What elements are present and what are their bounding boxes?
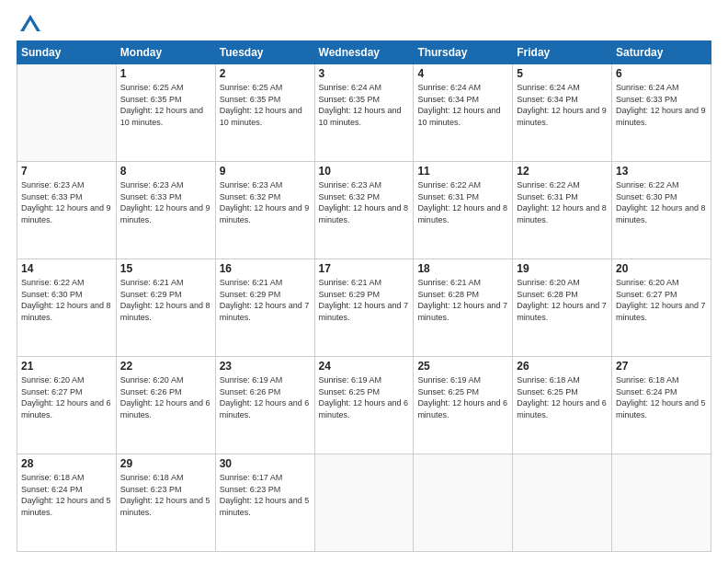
day-number: 8 [120,165,211,178]
logo [17,15,40,31]
col-monday: Monday [116,41,215,64]
table-row: 5Sunrise: 6:24 AM Sunset: 6:34 PM Daylig… [513,64,612,162]
day-number: 30 [220,457,311,470]
cell-info: Sunrise: 6:21 AM Sunset: 6:29 PM Dayligh… [220,277,311,323]
cell-info: Sunrise: 6:17 AM Sunset: 6:23 PM Dayligh… [220,472,311,518]
cell-info: Sunrise: 6:25 AM Sunset: 6:35 PM Dayligh… [220,82,311,128]
day-number: 2 [220,67,311,80]
table-row: 24Sunrise: 6:19 AM Sunset: 6:25 PM Dayli… [314,357,414,454]
day-number: 18 [417,262,508,275]
table-row: 4Sunrise: 6:24 AM Sunset: 6:34 PM Daylig… [414,64,513,162]
cell-info: Sunrise: 6:21 AM Sunset: 6:29 PM Dayligh… [120,277,211,323]
day-number: 21 [21,360,112,373]
table-row: 19Sunrise: 6:20 AM Sunset: 6:28 PM Dayli… [513,259,612,357]
day-number: 6 [616,67,707,80]
calendar-week-row: 21Sunrise: 6:20 AM Sunset: 6:27 PM Dayli… [17,357,711,454]
day-number: 28 [21,457,112,470]
table-row [612,454,711,552]
day-number: 11 [417,165,508,178]
cell-info: Sunrise: 6:21 AM Sunset: 6:28 PM Dayligh… [417,277,508,323]
cell-info: Sunrise: 6:24 AM Sunset: 6:34 PM Dayligh… [417,82,508,128]
cell-info: Sunrise: 6:23 AM Sunset: 6:33 PM Dayligh… [21,179,112,225]
day-number: 5 [517,67,608,80]
col-sunday: Sunday [17,41,117,64]
day-number: 25 [417,360,508,373]
col-saturday: Saturday [612,41,711,64]
col-thursday: Thursday [414,41,513,64]
logo-icon [20,15,40,31]
cell-info: Sunrise: 6:21 AM Sunset: 6:29 PM Dayligh… [319,277,410,323]
cell-info: Sunrise: 6:22 AM Sunset: 6:31 PM Dayligh… [417,179,508,225]
cell-info: Sunrise: 6:23 AM Sunset: 6:32 PM Dayligh… [220,179,311,225]
cell-info: Sunrise: 6:20 AM Sunset: 6:27 PM Dayligh… [21,374,112,420]
table-row: 25Sunrise: 6:19 AM Sunset: 6:25 PM Dayli… [414,357,513,454]
day-number: 14 [21,262,112,275]
table-row: 2Sunrise: 6:25 AM Sunset: 6:35 PM Daylig… [215,64,314,162]
day-number: 24 [319,360,410,373]
cell-info: Sunrise: 6:23 AM Sunset: 6:33 PM Dayligh… [120,179,211,225]
day-number: 27 [616,360,707,373]
table-row: 28Sunrise: 6:18 AM Sunset: 6:24 PM Dayli… [17,454,117,552]
calendar-week-row: 7Sunrise: 6:23 AM Sunset: 6:33 PM Daylig… [17,162,711,259]
table-row: 10Sunrise: 6:23 AM Sunset: 6:32 PM Dayli… [314,162,414,259]
day-number: 4 [417,67,508,80]
calendar-week-row: 28Sunrise: 6:18 AM Sunset: 6:24 PM Dayli… [17,454,711,552]
day-number: 20 [616,262,707,275]
table-row: 14Sunrise: 6:22 AM Sunset: 6:30 PM Dayli… [17,259,117,357]
cell-info: Sunrise: 6:24 AM Sunset: 6:33 PM Dayligh… [616,82,707,128]
cell-info: Sunrise: 6:24 AM Sunset: 6:34 PM Dayligh… [517,82,608,128]
table-row [17,64,117,162]
cell-info: Sunrise: 6:19 AM Sunset: 6:25 PM Dayligh… [417,374,508,420]
table-row: 13Sunrise: 6:22 AM Sunset: 6:30 PM Dayli… [612,162,711,259]
day-number: 17 [319,262,410,275]
table-row: 3Sunrise: 6:24 AM Sunset: 6:35 PM Daylig… [314,64,414,162]
table-row: 18Sunrise: 6:21 AM Sunset: 6:28 PM Dayli… [414,259,513,357]
table-row: 30Sunrise: 6:17 AM Sunset: 6:23 PM Dayli… [215,454,314,552]
cell-info: Sunrise: 6:19 AM Sunset: 6:26 PM Dayligh… [220,374,311,420]
page: Sunday Monday Tuesday Wednesday Thursday… [0,0,728,563]
cell-info: Sunrise: 6:18 AM Sunset: 6:24 PM Dayligh… [21,472,112,518]
cell-info: Sunrise: 6:22 AM Sunset: 6:31 PM Dayligh… [517,179,608,225]
table-row: 23Sunrise: 6:19 AM Sunset: 6:26 PM Dayli… [215,357,314,454]
table-row [414,454,513,552]
day-number: 22 [120,360,211,373]
table-row: 6Sunrise: 6:24 AM Sunset: 6:33 PM Daylig… [612,64,711,162]
cell-info: Sunrise: 6:18 AM Sunset: 6:23 PM Dayligh… [120,472,211,518]
table-row: 7Sunrise: 6:23 AM Sunset: 6:33 PM Daylig… [17,162,117,259]
table-row: 20Sunrise: 6:20 AM Sunset: 6:27 PM Dayli… [612,259,711,357]
col-tuesday: Tuesday [215,41,314,64]
table-row: 17Sunrise: 6:21 AM Sunset: 6:29 PM Dayli… [314,259,414,357]
day-number: 29 [120,457,211,470]
col-friday: Friday [513,41,612,64]
day-number: 16 [220,262,311,275]
day-number: 12 [517,165,608,178]
table-row: 15Sunrise: 6:21 AM Sunset: 6:29 PM Dayli… [116,259,215,357]
calendar-week-row: 14Sunrise: 6:22 AM Sunset: 6:30 PM Dayli… [17,259,711,357]
cell-info: Sunrise: 6:25 AM Sunset: 6:35 PM Dayligh… [120,82,211,128]
header [17,15,711,31]
day-number: 26 [517,360,608,373]
table-row: 9Sunrise: 6:23 AM Sunset: 6:32 PM Daylig… [215,162,314,259]
cell-info: Sunrise: 6:22 AM Sunset: 6:30 PM Dayligh… [21,277,112,323]
table-row: 21Sunrise: 6:20 AM Sunset: 6:27 PM Dayli… [17,357,117,454]
cell-info: Sunrise: 6:19 AM Sunset: 6:25 PM Dayligh… [319,374,410,420]
cell-info: Sunrise: 6:23 AM Sunset: 6:32 PM Dayligh… [319,179,410,225]
cell-info: Sunrise: 6:20 AM Sunset: 6:28 PM Dayligh… [517,277,608,323]
cell-info: Sunrise: 6:22 AM Sunset: 6:30 PM Dayligh… [616,179,707,225]
day-number: 3 [319,67,410,80]
table-row: 16Sunrise: 6:21 AM Sunset: 6:29 PM Dayli… [215,259,314,357]
cell-info: Sunrise: 6:24 AM Sunset: 6:35 PM Dayligh… [319,82,410,128]
col-wednesday: Wednesday [314,41,414,64]
table-row: 1Sunrise: 6:25 AM Sunset: 6:35 PM Daylig… [116,64,215,162]
table-row [513,454,612,552]
day-number: 1 [120,67,211,80]
day-number: 13 [616,165,707,178]
table-row: 26Sunrise: 6:18 AM Sunset: 6:25 PM Dayli… [513,357,612,454]
table-row: 22Sunrise: 6:20 AM Sunset: 6:26 PM Dayli… [116,357,215,454]
day-number: 10 [319,165,410,178]
day-number: 23 [220,360,311,373]
cell-info: Sunrise: 6:18 AM Sunset: 6:24 PM Dayligh… [616,374,707,420]
table-row: 12Sunrise: 6:22 AM Sunset: 6:31 PM Dayli… [513,162,612,259]
cell-info: Sunrise: 6:20 AM Sunset: 6:27 PM Dayligh… [616,277,707,323]
table-row: 29Sunrise: 6:18 AM Sunset: 6:23 PM Dayli… [116,454,215,552]
